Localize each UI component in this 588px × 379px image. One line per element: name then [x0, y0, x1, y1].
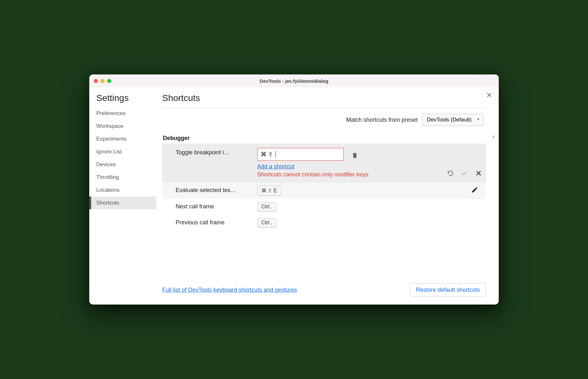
window-title: DevTools - jec.fyi/demo/dialog — [89, 78, 499, 84]
section-debugger: Debugger — [162, 135, 486, 142]
sidebar: Settings Preferences Workspace Experimen… — [89, 87, 156, 305]
sidebar-item-devices[interactable]: Devices — [89, 158, 156, 171]
preset-label: Match shortcuts from preset — [346, 117, 417, 123]
titlebar: DevTools - jec.fyi/demo/dialog — [89, 74, 499, 87]
restore-defaults-button[interactable]: Restore default shortcuts — [410, 283, 486, 297]
cancel-icon[interactable] — [475, 170, 482, 177]
shortcut-label: Evaluate selected tex… — [176, 186, 251, 194]
shortcut-row-toggle-breakpoint: Toggle breakpoint i… ⌘ ⇧ Add a shortcut — [162, 143, 486, 182]
maximize-window-button[interactable] — [107, 79, 111, 83]
shortcut-row-evaluate-selected: Evaluate selected tex… ⌘ ⇧ E — [162, 182, 486, 199]
undo-icon[interactable] — [447, 170, 454, 177]
main-panel: Shortcuts Match shortcuts from preset De… — [156, 87, 499, 305]
sidebar-item-throttling[interactable]: Throttling — [89, 171, 156, 184]
sidebar-heading: Settings — [89, 93, 156, 107]
sidebar-item-workspace[interactable]: Workspace — [89, 120, 156, 133]
footer: Full list of DevTools keyboard shortcuts… — [162, 275, 486, 297]
sidebar-item-shortcuts[interactable]: Shortcuts — [89, 197, 156, 209]
page-title: Shortcuts — [162, 93, 486, 108]
shortcut-error: Shortcuts cannot contain only modifier k… — [257, 171, 379, 178]
text-caret — [275, 151, 276, 158]
shortcut-keys: Ctrl , — [257, 218, 276, 228]
shortcut-value: Ctrl . — [257, 202, 482, 212]
sidebar-item-preferences[interactable]: Preferences — [89, 107, 156, 120]
scroll-indicator — [492, 135, 495, 138]
devtools-window: DevTools - jec.fyi/demo/dialog Settings … — [89, 74, 499, 305]
shortcut-row-previous-call-frame: Previous call frame Ctrl , — [162, 215, 486, 231]
preset-row: Match shortcuts from preset DevTools (De… — [162, 114, 486, 126]
shortcut-label: Previous call frame — [176, 218, 251, 226]
add-shortcut-link[interactable]: Add a shortcut — [257, 163, 294, 170]
shortcuts-list: Debugger Toggle breakpoint i… ⌘ ⇧ — [162, 135, 486, 231]
shortcut-input-keys: ⌘ ⇧ — [261, 151, 273, 158]
shortcut-keys: ⌘ ⇧ E — [257, 186, 281, 196]
preset-select-value: DevTools (Default) — [427, 117, 472, 123]
shortcut-value: Ctrl , — [257, 218, 482, 228]
minimize-window-button[interactable] — [100, 79, 105, 83]
trash-icon[interactable] — [348, 150, 358, 159]
pencil-icon[interactable] — [471, 186, 482, 193]
close-window-button[interactable] — [94, 79, 98, 83]
shortcut-label: Toggle breakpoint i… — [176, 148, 251, 156]
shortcut-keys: Ctrl . — [257, 202, 276, 212]
sidebar-item-ignore-list[interactable]: Ignore List — [89, 145, 156, 158]
sidebar-item-locations[interactable]: Locations — [89, 184, 156, 197]
edit-row-actions — [447, 170, 482, 178]
traffic-lights — [94, 79, 111, 83]
preset-select[interactable]: DevTools (Default) — [422, 114, 483, 126]
shortcut-input[interactable]: ⌘ ⇧ — [257, 148, 344, 161]
shortcut-edit-column: ⌘ ⇧ Add a shortcut Shortcuts cannot cont… — [257, 148, 441, 178]
shortcut-row-next-call-frame: Next call frame Ctrl . — [162, 199, 486, 215]
content: Settings Preferences Workspace Experimen… — [89, 87, 499, 305]
sidebar-item-experiments[interactable]: Experiments — [89, 133, 156, 145]
shortcut-value: ⌘ ⇧ E — [257, 186, 465, 196]
checkmark-icon[interactable] — [461, 170, 468, 177]
shortcut-label: Next call frame — [176, 202, 251, 210]
full-list-link[interactable]: Full list of DevTools keyboard shortcuts… — [162, 287, 297, 293]
